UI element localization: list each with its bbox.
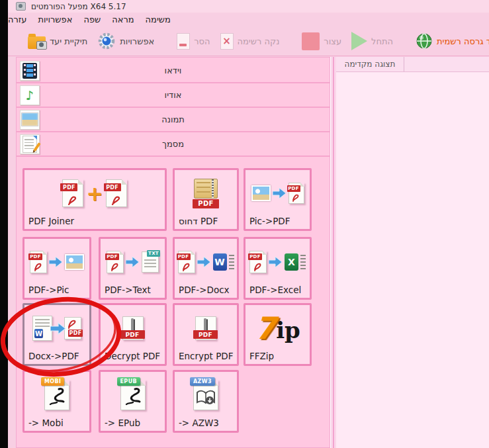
to-mobi-label: -> Mobi	[28, 418, 64, 428]
category-audio[interactable]: ♪ אודיו	[17, 83, 330, 108]
encrypt-pdf-button[interactable]: PDF Encrypt PDF	[173, 303, 239, 366]
app-icon	[16, 2, 26, 11]
to-azw3-label: -> AZW3	[179, 418, 219, 428]
pdf-to-docx-label: PDF->Docx	[179, 285, 230, 295]
remove-item-icon	[177, 33, 190, 50]
decrypt-pdf-button[interactable]: PDF Decrypt PDF	[99, 303, 167, 366]
picture-arrow-pdf-icon: PDF	[245, 175, 310, 212]
arrow-right-icon	[49, 257, 63, 268]
remove-label: הסר	[194, 36, 210, 46]
screen-edge-black-strip	[0, 0, 8, 448]
pdf-to-excel-button[interactable]: PDF X PDF->Excel	[244, 237, 312, 300]
ffzip-label: FFZip	[249, 351, 274, 361]
pic-to-pdf-label: Pic->PDF	[249, 216, 290, 226]
pdf-joiner-button[interactable]: PDF + PDF PDF Joiner	[22, 168, 167, 231]
unlock-pdf-icon: PDF	[101, 310, 165, 347]
download-official-link[interactable]: אנא הורד גרסה רשמית	[416, 32, 489, 50]
toolbar: תיקיית יעד אפשרויות הסר × נקה רשימה עצור…	[8, 26, 489, 56]
lock-pdf-icon: PDF	[175, 310, 237, 347]
pdf-plus-pdf-icon: PDF + PDF	[24, 175, 165, 212]
start-button[interactable]: התחל	[351, 32, 393, 50]
options-label: אפשרויות	[120, 36, 154, 46]
word-arrow-pdf-icon: W PDF	[24, 310, 89, 347]
window-title: מפעל הפורמטים X64 5.17	[31, 2, 126, 11]
category-document[interactable]: מסמך	[17, 132, 330, 157]
arrow-right-icon	[269, 257, 283, 268]
menu-item-language[interactable]: שפה	[83, 15, 101, 24]
remove-button[interactable]: הסר	[177, 33, 210, 50]
clear-list-button[interactable]: × נקה רשימה	[220, 33, 280, 50]
menubar: משימה מראה שפה אפשרויות עזרה	[8, 15, 489, 26]
gear-icon	[97, 32, 116, 50]
stop-label: עצור	[324, 36, 341, 46]
decrypt-pdf-label: Decrypt PDF	[105, 351, 160, 361]
to-mobi-button[interactable]: MOBI -> Mobi	[22, 370, 91, 433]
menu-item-view[interactable]: מראה	[112, 15, 134, 24]
category-document-label: מסמך	[17, 139, 330, 149]
category-audio-label: אודיו	[17, 90, 330, 100]
clear-list-label: נקה רשימה	[238, 36, 280, 46]
pdf-to-text-button[interactable]: PDF TXT PDF->Text	[99, 237, 167, 300]
clear-list-icon: ×	[220, 33, 234, 50]
category-video[interactable]: וידאו	[17, 59, 330, 83]
arrow-right-icon	[50, 322, 66, 335]
preview-panel: תצוגה מקדימה	[336, 57, 489, 448]
ffzip-logo-icon: 7ip	[245, 310, 310, 347]
arrow-right-icon	[197, 257, 211, 268]
category-list: וידאו ♪ אודיו תמונה מסמך	[17, 59, 330, 157]
compress-pdf-label: דחוס PDF	[179, 216, 218, 226]
pdf-to-excel-label: PDF->Excel	[249, 285, 301, 295]
preview-header-row: תצוגה מקדימה	[336, 57, 489, 72]
pdf-to-pic-button[interactable]: PDF PDF->Pic	[22, 237, 91, 300]
stop-button[interactable]: עצור	[302, 32, 341, 50]
arrow-right-icon	[273, 188, 287, 199]
folder-camera-icon	[28, 36, 46, 49]
category-picture[interactable]: תמונה	[17, 108, 330, 132]
arrow-right-icon	[126, 257, 140, 268]
encrypt-pdf-label: Encrypt PDF	[179, 351, 234, 361]
start-label: התחל	[371, 36, 393, 46]
ffzip-button[interactable]: 7ip FFZip	[244, 303, 312, 366]
to-azw3-button[interactable]: AZW3 -> AZW3	[173, 370, 239, 433]
format-factory-window: { "window": { "title": "מפעל הפורמטים X6…	[0, 0, 489, 448]
menu-item-task[interactable]: משימה	[146, 15, 171, 24]
zip-pdf-icon: PDF	[175, 175, 237, 212]
book-download-azw3-icon: AZW3	[175, 377, 237, 414]
category-picture-label: תמונה	[17, 114, 330, 124]
pdf-arrow-picture-icon: PDF	[24, 244, 89, 281]
format-panel: וידאו ♪ אודיו תמונה מסמך PDF + PDF PDF J…	[16, 57, 330, 448]
pdf-arrow-word-icon: PDF W	[175, 244, 237, 281]
preview-header-cell: תצוגה מקדימה	[336, 57, 404, 71]
titlebar: מפעל הפורמטים X64 5.17	[8, 0, 489, 13]
options-button[interactable]: אפשרויות	[97, 32, 154, 50]
to-epub-label: -> EPub	[105, 418, 140, 428]
stop-icon	[302, 32, 320, 50]
menu-items: משימה מראה שפה אפשרויות עזרה	[8, 15, 171, 24]
compress-pdf-button[interactable]: PDF דחוס PDF	[173, 168, 239, 231]
docx-to-pdf-label: Docx->PDF	[28, 351, 79, 361]
download-notice-label: אנא הורד גרסה רשמית	[437, 36, 489, 46]
pdf-to-text-label: PDF->Text	[105, 285, 151, 295]
pdf-arrow-excel-icon: PDF X	[245, 244, 310, 281]
pdf-to-docx-button[interactable]: PDF W PDF->Docx	[173, 237, 239, 300]
category-video-label: וידאו	[17, 66, 330, 75]
plus-icon: +	[86, 182, 103, 205]
dest-folder-button[interactable]: תיקיית יעד	[28, 34, 87, 49]
menu-item-options[interactable]: אפשרויות	[38, 15, 72, 24]
pic-to-pdf-button[interactable]: PDF Pic->PDF	[244, 168, 312, 231]
to-epub-button[interactable]: EPUB -> EPub	[99, 370, 167, 433]
pdf-to-pic-label: PDF->Pic	[28, 285, 69, 295]
dest-folder-label: תיקיית יעד	[50, 36, 87, 46]
pdf-arrow-txt-icon: PDF TXT	[101, 244, 165, 281]
play-icon	[351, 32, 367, 50]
menu-item-help[interactable]: עזרה	[8, 15, 26, 24]
pdf-joiner-label: PDF Joiner	[28, 216, 74, 226]
snake-book-epub-icon: EPUB	[101, 377, 165, 414]
docx-to-pdf-button[interactable]: W PDF Docx->PDF	[22, 303, 91, 366]
globe-icon	[416, 32, 433, 50]
snake-book-mobi-icon: MOBI	[24, 377, 89, 414]
